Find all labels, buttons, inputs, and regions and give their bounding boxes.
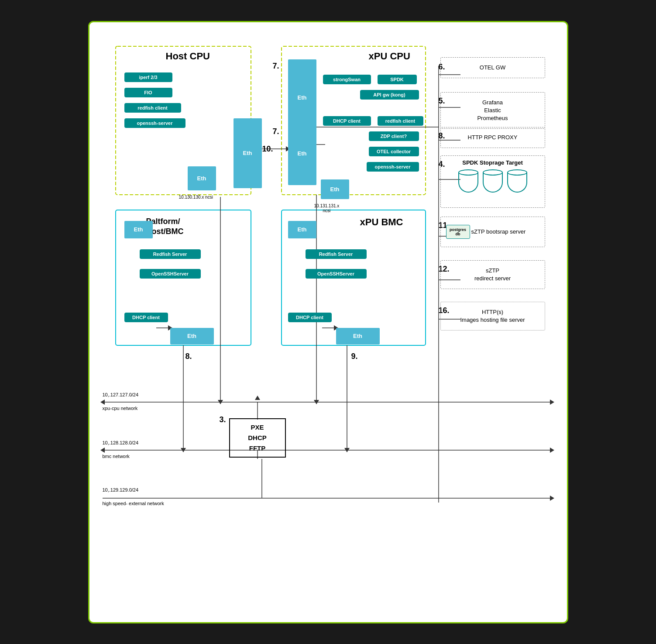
step-9: 9. bbox=[351, 352, 358, 361]
redfish-client-btn: redfish client bbox=[124, 103, 181, 113]
sztp-bootstrap-label: sZTP bootsrap server bbox=[471, 228, 526, 235]
postgres-icon: postgresdb bbox=[446, 225, 470, 239]
spdk-storage-box: SPDK Stoprage Target bbox=[440, 155, 545, 208]
svg-marker-15 bbox=[344, 448, 350, 452]
svg-marker-8 bbox=[100, 399, 105, 405]
svg-marker-7 bbox=[550, 399, 554, 405]
openssh-server-xpu-bmc: OpenSSHServer bbox=[306, 269, 367, 279]
step-10: 10. bbox=[262, 145, 273, 154]
openssh-xpu-btn: openssh-server bbox=[367, 162, 419, 172]
host-cpu-eth: Eth bbox=[188, 166, 216, 190]
otel-gw-box: OTEL GW bbox=[440, 57, 545, 78]
svg-marker-17 bbox=[218, 400, 223, 404]
sztp-redirect-box: sZTP redirect server bbox=[440, 260, 545, 289]
redfish-server-platform: Redfish Server bbox=[140, 249, 201, 259]
xpu-cpu-eth-mid: Eth bbox=[288, 122, 316, 185]
network-label-3: high speed- external network bbox=[103, 500, 164, 506]
diagram-area: Host CPU iperf 2/3 FIO redfish client op… bbox=[89, 22, 567, 622]
step-8-left: 8. bbox=[185, 352, 192, 361]
redfish-server-xpu-bmc: Redfish Server bbox=[306, 249, 367, 259]
platform-eth-top: Eth bbox=[124, 221, 153, 238]
otel-gw-label: OTEL GW bbox=[441, 58, 545, 78]
host-cpu-eth2: Eth bbox=[234, 118, 262, 188]
network-label-1: xpu-cpu network bbox=[103, 406, 138, 411]
dhcp-client-xpu-btn: DHCP client bbox=[323, 116, 371, 126]
pxe-step-label: 3. bbox=[220, 415, 226, 424]
iperf-btn: iperf 2/3 bbox=[124, 72, 172, 82]
step-7-mid: 7. bbox=[273, 127, 279, 136]
sztp-bootstrap-box: postgresdb sZTP bootsrap server bbox=[440, 217, 545, 247]
ncsi-label-host: 10.130.130.x ncsi bbox=[179, 195, 213, 200]
pxe-line1: PXE bbox=[251, 422, 264, 433]
svg-marker-10 bbox=[100, 448, 105, 453]
images-hosting-box: HTTP(s) Images hosting file server bbox=[440, 302, 545, 331]
network-ip-1: 10,.127.127.0/24 bbox=[103, 392, 139, 397]
fio-btn: FIO bbox=[124, 88, 172, 97]
svg-marker-21 bbox=[255, 396, 260, 400]
pxe-line2: DHCP bbox=[248, 433, 267, 443]
openssh-server-btn: openssh-server bbox=[124, 118, 185, 128]
network-ip-2: 10,.128.128.0/24 bbox=[103, 440, 139, 445]
images-hosting-label: HTTP(s) Images hosting file server bbox=[441, 302, 545, 330]
otel-collector-btn: OTEL collector bbox=[369, 147, 419, 156]
network-label-2: bmc network bbox=[103, 454, 130, 459]
svg-marker-9 bbox=[550, 448, 554, 453]
svg-marker-11 bbox=[550, 496, 554, 501]
spdk-btn: SPDK bbox=[378, 75, 417, 84]
platform-eth-bot: Eth bbox=[170, 328, 214, 344]
pxe-line3: FFTP bbox=[249, 443, 266, 454]
sztp-redirect-label: sZTP redirect server bbox=[441, 261, 545, 289]
zdp-client-btn: ZDP client? bbox=[369, 131, 419, 141]
http-rpc-box: HTTP RPC PROXY bbox=[440, 127, 545, 148]
dhcp-platform: DHCP client bbox=[124, 313, 168, 322]
http-rpc-label: HTTP RPC PROXY bbox=[441, 127, 545, 148]
xpu-bmc-title: xPU BMC bbox=[360, 217, 403, 228]
openssh-server-platform: OpenSSHServer bbox=[140, 269, 201, 279]
xpu-bmc-eth-top: Eth bbox=[288, 221, 316, 238]
network-ip-3: 10,.129.129.0/24 bbox=[103, 487, 139, 492]
main-diagram: Host CPU iperf 2/3 FIO redfish client op… bbox=[88, 21, 568, 623]
strongswan-btn: strongSwan bbox=[323, 75, 371, 84]
spdk-storage-label: SPDK Stoprage Target bbox=[441, 156, 545, 169]
pxe-box: PXE DHCP FFTP bbox=[229, 418, 286, 458]
xpu-cpu-eth-bot: Eth bbox=[321, 179, 349, 199]
redfish-client-xpu-btn: redfish client bbox=[378, 116, 423, 126]
api-gw-btn: API gw (kong) bbox=[360, 90, 419, 100]
dhcp-xpu-bmc: DHCP client bbox=[288, 313, 332, 322]
xpu-cpu-title: xPU CPU bbox=[369, 51, 410, 62]
xpu-bmc-eth-bot: Eth bbox=[336, 328, 380, 344]
ncsi-label-xpu: 10.131.131.xncsi bbox=[314, 203, 340, 213]
grafana-label: Grafana Elastic Prometheus bbox=[441, 93, 545, 129]
host-cpu-title: Host CPU bbox=[166, 51, 210, 62]
svg-marker-13 bbox=[181, 448, 186, 452]
svg-marker-19 bbox=[314, 400, 319, 404]
step-7-top: 7. bbox=[273, 62, 279, 71]
grafana-box: Grafana Elastic Prometheus bbox=[440, 92, 545, 129]
